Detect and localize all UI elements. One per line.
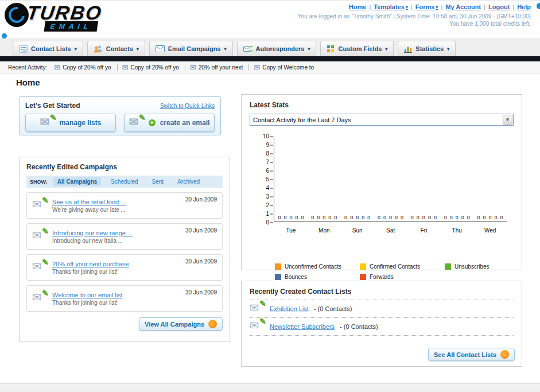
chart-category-label: Mon <box>308 227 341 234</box>
envelope-pencil-icon <box>32 231 47 242</box>
contact-list-item: Newsletter Subscribers - (0 Contacts) <box>250 318 514 336</box>
chart-value: 0 <box>461 215 464 220</box>
arrow-right-icon <box>500 350 509 359</box>
chart-value: 0 <box>428 215 431 220</box>
chevron-down-icon: ▾ <box>224 46 226 52</box>
tab-archived[interactable]: Archived <box>173 177 204 186</box>
view-all-campaigns-label: View All Campaigns <box>145 321 204 328</box>
chart-value: 0 <box>350 215 353 220</box>
tab-contact-lists[interactable]: Contact Lists ▾ <box>13 41 83 56</box>
campaign-title-link[interactable]: Welcome to our email list <box>52 292 123 298</box>
chart-value: 0 <box>389 215 392 220</box>
tab-custom-fields[interactable]: Custom Fields ▾ <box>320 41 394 56</box>
see-all-contact-lists-button[interactable]: See All Contact Lists <box>428 348 515 361</box>
chevron-down-icon: ▾ <box>308 46 310 52</box>
legend-item: Confirmed Contacts <box>360 263 445 270</box>
tab-email-campaigns[interactable]: Email Campaigns ▾ <box>149 41 233 56</box>
envelope-pencil-icon <box>32 200 47 211</box>
contact-list-link[interactable]: Newsletter Subscribers <box>270 323 335 330</box>
legend-item: Unsubscribes <box>445 263 530 270</box>
create-email-label: create an email <box>160 119 210 127</box>
chart-y-tick-label: 0 <box>266 219 269 226</box>
campaigns-panel: Recently Edited Campaigns SHOW: All Camp… <box>19 157 230 342</box>
get-started-buttons: manage lists create an email <box>25 114 215 132</box>
manage-lists-button[interactable]: manage lists <box>25 114 116 132</box>
tab-contacts[interactable]: Contacts ▾ <box>87 41 145 56</box>
chart-value: 0 <box>444 215 447 220</box>
campaign-row: Welcome to our email list Thanks for joi… <box>26 285 223 312</box>
nav-link-forms[interactable]: Forms▾ <box>415 3 438 10</box>
chart-groups: 00000Tue00000Mon00000Sun00000Sat00000Fri… <box>274 136 507 222</box>
chart-value: 0 <box>283 215 286 220</box>
view-all-campaigns-button[interactable]: View All Campaigns <box>139 317 223 331</box>
nav-link-logout[interactable]: Logout <box>488 3 510 10</box>
legend-swatch <box>360 274 366 280</box>
tab-sent[interactable]: Sent <box>148 177 168 186</box>
campaign-texts: See us at the retail food ... We're givi… <box>52 199 126 213</box>
login-info-text: You are logged in as “Timothy Smith” | S… <box>298 13 531 20</box>
recent-activity-item[interactable]: Copy of 20% off yo <box>122 64 185 71</box>
chart-value: 0 <box>422 215 425 220</box>
recent-activity-item[interactable]: Copy of Welcome to <box>254 64 320 71</box>
campaign-row: 20% off your next purchase Thanks for jo… <box>26 254 223 281</box>
chart-value-labels: 00000 <box>308 215 341 220</box>
envelope-pencil-icon <box>129 117 144 129</box>
tab-label: Contacts <box>106 45 133 52</box>
campaign-filter-tabs: SHOW: All Campaigns Scheduled Sent Archi… <box>26 176 223 188</box>
get-started-header: Let's Get Started Switch to Quick Links <box>25 102 215 110</box>
campaign-title-link[interactable]: Introducing our new range ... <box>52 230 133 236</box>
tab-label: Contact Lists <box>31 45 71 52</box>
tab-scheduled[interactable]: Scheduled <box>107 177 142 186</box>
contact-list-link[interactable]: Exhibition List <box>270 305 309 312</box>
chart-value: 0 <box>317 215 320 220</box>
chart-category-label: Wed <box>473 227 507 234</box>
recent-activity-item[interactable]: Copy of 20% off yo <box>54 64 117 71</box>
chevron-down-icon: ▾ <box>75 46 77 52</box>
envelope-pencil-icon <box>32 293 47 304</box>
legend-item: Unconfirmed Contacts <box>275 263 360 270</box>
tab-label: Email Campaigns <box>168 45 221 52</box>
chart-y-tick-label: 6 <box>266 168 269 174</box>
legend-label: Forwards <box>370 274 394 280</box>
campaign-subtitle: Introducing our new Italia ... <box>52 238 133 244</box>
tab-statistics[interactable]: Statistics ▾ <box>398 41 456 56</box>
chart-category-label: Sun <box>341 227 374 234</box>
campaign-texts: Welcome to our email list Thanks for joi… <box>52 292 123 306</box>
contact-list-count: - (0 Contacts) <box>340 323 378 330</box>
envelope-icon <box>254 64 260 71</box>
stats-period-select[interactable]: Contact Activity for the Last 7 Days ▼ <box>250 114 514 126</box>
footer-strip <box>0 383 540 392</box>
tab-all-campaigns[interactable]: All Campaigns <box>53 177 101 186</box>
tab-autoresponders[interactable]: Autoresponders ▾ <box>237 41 317 56</box>
recent-activity-item[interactable]: 20% off your next <box>190 64 250 71</box>
chart-value: 0 <box>467 215 470 220</box>
chevron-down-icon: ▾ <box>447 46 449 52</box>
nav-link-help[interactable]: Help <box>517 3 531 10</box>
chart-value: 0 <box>495 215 498 220</box>
recent-activity-item-label: Copy of Welcome to <box>262 64 314 71</box>
campaign-date: 30 Jun 2009 <box>185 258 217 265</box>
recent-activity-bar: Recent Activity: Copy of 20% off yo Copy… <box>0 61 540 73</box>
nav-link-my-account[interactable]: My Account <box>445 3 481 10</box>
campaign-date: 30 Jun 2009 <box>185 227 217 234</box>
chart-y-axis: 109876543210 <box>250 136 274 222</box>
arrow-right-icon <box>208 320 217 328</box>
campaign-texts: Introducing our new range ... Introducin… <box>52 230 133 244</box>
legend-label: Bounces <box>285 274 307 280</box>
main-nav-tabbar: Contact Lists ▾ Contacts ▾ Email Campaig… <box>0 38 540 56</box>
switch-quick-links-link[interactable]: Switch to Quick Links <box>160 103 215 109</box>
nav-separator: | <box>512 3 514 10</box>
create-email-button[interactable]: create an email <box>124 114 215 132</box>
nav-link-home[interactable]: Home <box>349 3 367 10</box>
chart-value: 0 <box>434 215 437 220</box>
campaign-title-link[interactable]: 20% off your next purchase <box>52 261 129 267</box>
campaign-date: 30 Jun 2009 <box>185 196 217 203</box>
nav-link-templates[interactable]: Templates▾ <box>374 3 408 10</box>
nav-link-label: Templates <box>374 3 405 10</box>
chart-group: 00000Sun <box>341 136 374 222</box>
chart-value-labels: 00000 <box>274 215 308 220</box>
stats-period-value: Contact Activity for the Last 7 Days <box>253 117 351 123</box>
envelope-pencil-icon <box>32 262 47 273</box>
show-label: SHOW: <box>30 179 48 185</box>
campaign-title-link[interactable]: See us at the retail food ... <box>52 199 126 205</box>
